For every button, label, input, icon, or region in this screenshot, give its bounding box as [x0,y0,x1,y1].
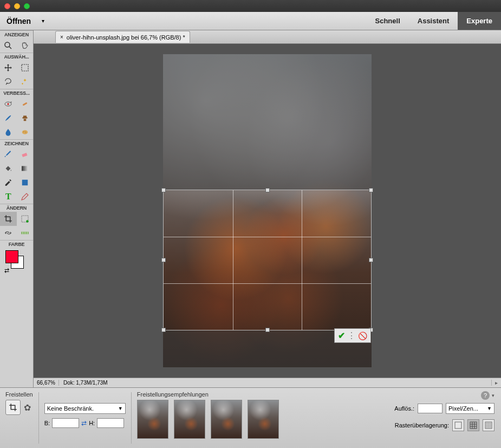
toolbox-section-enhance: VERBESS... [0,89,33,97]
toolbox-section-view: ANZEIGEN [0,30,33,38]
toolbox-section-modify: ÄNDERN [0,204,33,212]
swap-colors-icon[interactable]: ⇄ [4,267,9,274]
svg-rect-21 [455,422,461,428]
crop-grid-line [302,190,302,330]
overlay-grid-button[interactable] [483,419,495,431]
open-menu-dropdown-icon[interactable]: ▾ [37,12,49,30]
text-tool[interactable]: T [0,190,17,204]
crop-handle-nw[interactable] [161,188,166,192]
crop-handle-s[interactable] [265,328,270,332]
chevron-down-icon: ▼ [487,406,492,411]
crop-tool-option-button[interactable] [5,400,21,415]
lasso-tool[interactable] [0,75,17,89]
cancel-crop-button[interactable]: 🚫 [358,332,367,340]
status-expander-icon[interactable]: ▸ [491,380,501,386]
divider-icon: ⋮ [347,330,356,341]
redeye-tool[interactable]: + [0,97,17,111]
status-bar: 66,67% Dok: 1,73M/1,73M ▸ [34,378,501,387]
eyedropper-tool[interactable] [0,176,17,190]
crop-suggestion-2[interactable] [174,400,205,439]
gradient-tool[interactable] [17,161,34,176]
brush-tool[interactable] [0,111,17,125]
options-help: ? ▾ [481,391,495,400]
canvas-image[interactable]: ✔ ⋮ 🚫 [163,54,372,367]
window-titlebar [0,0,501,12]
canvas-viewport[interactable]: ✔ ⋮ 🚫 [34,44,501,378]
crop-handle-n[interactable] [265,188,270,192]
paintbrush-tool[interactable] [0,147,17,161]
foreground-color-swatch[interactable] [5,250,18,263]
marquee-tool[interactable] [17,61,34,75]
menu-bar: Öffnen ▾ Schnell Assistent Experte [0,12,501,30]
overlay-none-button[interactable] [452,419,464,431]
zoom-level[interactable]: 66,67% [34,380,59,386]
tab-quick[interactable]: Schnell [367,12,409,30]
height-input[interactable] [97,418,124,428]
crop-handle-e[interactable] [369,258,373,262]
crop-suggestion-1[interactable] [137,400,168,439]
crop-suggestion-3[interactable] [211,400,242,439]
open-menu[interactable]: Öffnen [0,12,37,30]
magic-wand-tool[interactable] [17,75,34,89]
help-icon[interactable]: ? [481,391,490,400]
hand-tool[interactable] [17,38,34,53]
resolution-input[interactable] [418,404,443,413]
width-label: B: [44,420,50,426]
paint-bucket-tool[interactable] [0,161,17,176]
close-window-button[interactable] [4,3,10,9]
svg-point-9 [25,132,27,133]
document-info[interactable]: Dok: 1,73M/1,73M [59,380,112,386]
spot-heal-tool[interactable] [17,97,34,111]
resolution-unit-value: Pixel/Zen... [448,405,478,412]
toolbox-section-color: FARBE [0,240,33,248]
width-input[interactable] [52,418,79,428]
shape-tool[interactable] [17,176,34,190]
crop-grid-line [164,283,371,284]
pencil-tool[interactable] [17,190,34,204]
svg-point-15 [26,220,29,223]
sponge-tool[interactable] [17,125,34,139]
tab-expert[interactable]: Experte [458,12,501,30]
window-controls [4,3,30,9]
swap-dimensions-icon[interactable]: ⇄ [81,419,87,427]
chevron-down-icon: ▼ [118,406,123,411]
crop-tool-label: Freistellen [5,391,33,398]
content-aware-move-tool[interactable] [0,226,17,240]
minimize-window-button[interactable] [14,3,20,9]
eraser-tool[interactable] [17,147,34,161]
resolution-unit-dropdown[interactable]: Pixel/Zen... ▼ [446,403,495,414]
move-tool[interactable] [0,61,17,75]
close-tab-icon[interactable]: × [60,34,63,40]
document-area: × oliver-hihn-unsplash.jpg bei 66,7% (RG… [34,30,501,387]
overlay-thirds-button[interactable] [467,419,479,431]
svg-rect-12 [22,166,28,171]
crop-suggestions [137,400,279,439]
crop-handle-w[interactable] [161,258,166,262]
clone-stamp-tool[interactable] [17,111,34,125]
crop-handle-sw[interactable] [161,328,166,332]
svg-rect-6 [22,102,27,106]
crop-tool[interactable] [0,212,17,226]
color-swatches[interactable]: ⇄ [3,250,30,274]
aspect-ratio-value: Keine Beschränk. [47,405,94,412]
svg-text:+: + [10,100,12,103]
options-menu-icon[interactable]: ▾ [492,393,495,398]
commit-crop-button[interactable]: ✔ [338,330,345,341]
crop-grid-line [233,190,233,330]
zoom-tool[interactable] [0,38,17,53]
crop-grid-line [164,237,371,237]
crop-handle-ne[interactable] [369,188,373,192]
crop-selection[interactable]: ✔ ⋮ 🚫 [163,190,372,330]
crop-settings-icon[interactable]: ✿ [24,402,31,413]
svg-rect-13 [22,180,28,186]
crop-suggestion-4[interactable] [248,400,279,439]
aspect-ratio-dropdown[interactable]: Keine Beschränk. ▼ [44,403,126,414]
recompose-tool[interactable] [17,212,34,226]
maximize-window-button[interactable] [24,3,30,9]
suggestions-section: Freistellungsempfehlungen [132,388,284,448]
tab-assistant[interactable]: Assistent [409,12,458,30]
svg-point-10 [25,131,25,132]
document-tab[interactable]: × oliver-hihn-unsplash.jpg bei 66,7% (RG… [55,31,190,43]
blur-tool[interactable] [0,125,17,139]
straighten-tool[interactable] [17,226,34,240]
